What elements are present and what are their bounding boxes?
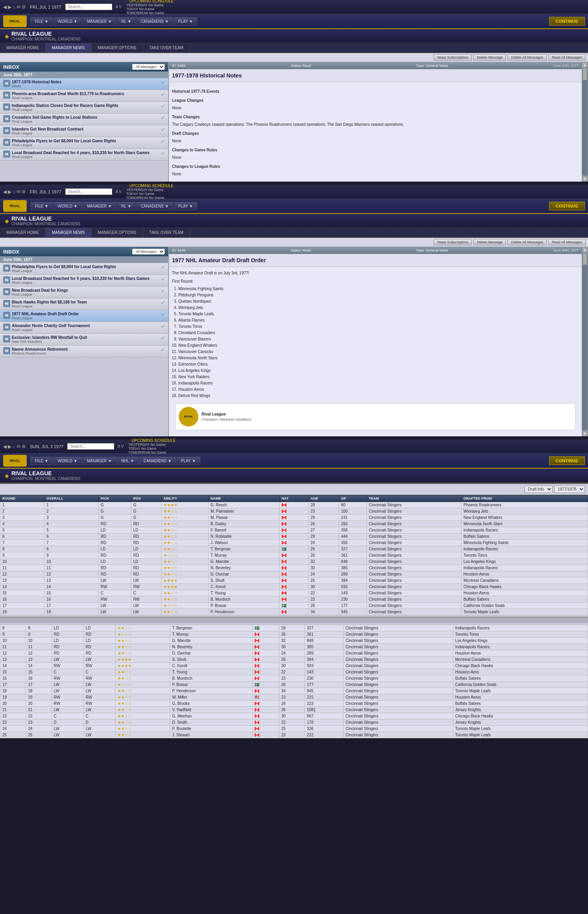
table-row[interactable]: 2 2 G G ★★☆☆ M. Palmateer 🇨🇦 23 100 Cinc… <box>0 508 588 515</box>
table-row[interactable]: 14 14 RW RW ★★★★ C. Koroll 🇨🇦 30 593 Cin… <box>0 663 588 669</box>
continue-button-3[interactable]: CONTINUE <box>549 456 585 465</box>
table-row[interactable]: 9 9 RD RD ★☆☆☆ T. Murray 🇨🇦 26 361 Cinci… <box>0 552 588 559</box>
msg-item-2-2[interactable]: 📰 Local Broadcast Deal Reached for 4 yea… <box>0 275 168 287</box>
subnav-options-2[interactable]: MANAGER OPTIONS <box>92 228 143 237</box>
world-menu-1[interactable]: WORLD ▼ <box>53 17 82 26</box>
subnav-manager-options-1[interactable]: MANAGER OPTIONS <box>92 43 143 52</box>
table-row[interactable]: 11 11 RD RD ★★☆☆ N. Beverley 🇨🇦 30 385 C… <box>0 644 588 650</box>
msg-item-2-4[interactable]: 📰 Black Hawks Rights Net $8,188 for Team… <box>0 298 168 310</box>
table-row[interactable]: 5 5 LD LD ★★☆☆ F. Barrett 🇨🇦 27 356 Cinc… <box>0 527 588 533</box>
settings-icon-3[interactable]: ⚙ <box>22 444 26 449</box>
news-subscriptions-btn-1[interactable]: News Subscriptions <box>434 54 472 61</box>
play-menu-1[interactable]: PLAY ▼ <box>174 17 198 26</box>
table-row[interactable]: 9 9 RD RD ★☆☆☆ T. Murray 🇨🇦 26 361 Cinci… <box>0 631 588 638</box>
table-row[interactable]: 16 16 RW RW ★★☆☆ B. Murdoch 🇨🇦 23 230 Ci… <box>0 596 588 603</box>
table-row[interactable]: 21 21 LW LW ★★☆☆ V. Hadfield 🇨🇦 36 1081 … <box>0 707 588 713</box>
subnav-take-over-1[interactable]: TAKE OVER TEAM <box>143 43 190 52</box>
inbox-filter-1[interactable]: All Messages <box>132 64 165 70</box>
forward-arrow-2[interactable]: ▶ <box>8 189 11 195</box>
home-arrow[interactable]: ⌂ <box>13 4 15 10</box>
subnav-news-2[interactable]: MANAGER NEWS <box>46 228 91 237</box>
back-arrow-2[interactable]: ◀ <box>3 189 7 195</box>
browser-arrows-2[interactable]: ◀ ▶ ⌂ ✉ ⚙ <box>3 189 26 195</box>
subnav-manager-news-1[interactable]: MANAGER NEWS <box>46 43 91 52</box>
table-row[interactable]: 24 24 LW LW ★★☆☆ P. Boutette 🇨🇦 25 326 C… <box>0 726 588 732</box>
table-row[interactable]: 4 4 RD RD ★★☆☆ B. Dailey 🇨🇦 24 282 Cinci… <box>0 521 588 527</box>
browser-arrows-3[interactable]: ◀ ▶ ⌂ ✉ ⚙ <box>3 444 26 449</box>
table-row[interactable]: 10 10 LD LD ★★☆☆ G. Marotte 🇨🇦 32 848 Ci… <box>0 638 588 644</box>
table-row[interactable]: 22 22 C C ★★☆☆ G. Meehan 🇨🇦 30 567 Cinci… <box>0 713 588 719</box>
nhl-menu-3[interactable]: NHL ▼ <box>117 457 139 465</box>
table-row[interactable]: 3 3 G G ★★☆☆ M. Plasse 🇨🇦 29 241 Cincinn… <box>0 515 588 521</box>
table-row[interactable]: 18 18 LW LW ★★☆☆ P. Henderson 🇨🇦 34 945 … <box>0 609 588 615</box>
table-row[interactable]: 8 8 LD LD ★★☆☆ T. Bergman 🇸🇪 29 327 Cinc… <box>0 546 588 552</box>
delete-all-btn-1[interactable]: Delete All Messages <box>507 54 547 61</box>
scroll-up-2[interactable]: ▲ <box>582 247 588 252</box>
manager-menu-3[interactable]: MANAGER ▼ <box>82 457 116 465</box>
table-row[interactable]: 25 25 LW LW ★★☆☆ J. Stewart 🇨🇦 23 222 Ci… <box>0 732 588 738</box>
msg-item-1-7[interactable]: 📰 Local Broadcast Deal Reached for 4 yea… <box>0 149 168 161</box>
table-row[interactable]: 17 17 LW LW ★☆☆☆ P. Brasar 🇸🇪 26 177 Cin… <box>0 603 588 609</box>
delete-msg-btn-1[interactable]: Delete Message <box>473 54 506 61</box>
mail-icon-3[interactable]: ✉ <box>16 444 20 449</box>
table-row[interactable]: 23 23 D D ★★☆☆ D. Smith 🇨🇦 22 178 Cincin… <box>0 719 588 726</box>
table-row[interactable]: 18 18 LW LW ★★☆☆ P. Henderson 🇨🇦 34 945 … <box>0 688 588 694</box>
read-all-btn-1[interactable]: Read All Messages <box>548 54 586 61</box>
msg-item-2-7[interactable]: 📰 Exclusive: Islanders RW Westfall to Qu… <box>0 334 168 346</box>
table-row[interactable]: 14 14 RW RW ★★★★ C. Koroll 🇨🇦 30 593 Cin… <box>0 584 588 590</box>
table-row[interactable]: 13 13 LW LW ★★★★ S. Shutt 🇨🇦 25 384 Cinc… <box>0 657 588 663</box>
table-row[interactable]: 7 7 RD RD ★★☆☆ J. Watson 🇨🇦 24 356 Cinci… <box>0 540 588 546</box>
forward-arrow[interactable]: ▶ <box>8 4 11 10</box>
table-row[interactable]: 1 1 G G ★★★★ G. Resch 🇨🇦 28 80 Cincinnat… <box>0 502 588 508</box>
draft-info-select[interactable]: Draft Info <box>524 486 553 493</box>
mail-icon-2[interactable]: ✉ <box>16 189 20 195</box>
table-row[interactable]: 19 19 RW RW ★★☆☆ W. Miller 🇺🇸 23 215 Cin… <box>0 694 588 701</box>
msg-item-1-3[interactable]: 📰 Indianapolis Station Closes Deal for R… <box>0 102 168 114</box>
subnav-manager-home-1[interactable]: MANAGER HOME <box>0 43 46 52</box>
draft-season-select[interactable]: 1977/1978 <box>554 486 585 493</box>
subnav-home-2[interactable]: MANAGER HOME <box>0 228 46 237</box>
home-arrow-3[interactable]: ⌂ <box>13 444 15 449</box>
play-menu-2[interactable]: PLAY ▼ <box>174 202 198 210</box>
nav-search-input[interactable] <box>65 4 112 10</box>
msg-item-2-5[interactable]: 📰 1977 NHL Amateur Draft Draft Order Riv… <box>0 310 168 322</box>
table-row[interactable]: 13 13 LW LW ★★★★ S. Shutt 🇨🇦 25 384 Cinc… <box>0 577 588 584</box>
scroll-up-1[interactable]: ▲ <box>582 62 588 68</box>
table-row[interactable]: 17 17 LW LW ★☆☆☆ P. Brasar 🇸🇪 26 177 Cin… <box>0 682 588 688</box>
scrollbar-2[interactable]: ▲ ▼ <box>582 247 588 436</box>
world-menu-2[interactable]: WORLD ▼ <box>53 202 82 210</box>
browser-arrows[interactable]: ◀ ▶ ⌂ ✉ ⚙ <box>3 4 26 10</box>
delete-msg-btn-2[interactable]: Delete Message <box>473 239 506 245</box>
table-row[interactable]: 15 15 C C ★★☆☆ T. Young 🇨🇦 22 143 Cincin… <box>0 669 588 675</box>
back-arrow[interactable]: ◀ <box>3 4 7 10</box>
settings-icon[interactable]: ⚙ <box>22 4 26 10</box>
msg-item-2-3[interactable]: 📰 New Broadcast Deal for Kings Rival Lea… <box>0 287 168 298</box>
table-row[interactable]: 6 6 RD RD ★★☆☆ N. Robitaille 🇨🇦 29 444 C… <box>0 533 588 540</box>
file-menu-2[interactable]: FILE ▼ <box>31 202 53 210</box>
forward-arrow-3[interactable]: ▶ <box>8 444 11 449</box>
world-menu-3[interactable]: WORLD ▼ <box>53 457 82 465</box>
continue-button-2[interactable]: CONTINUE <box>549 202 585 210</box>
rl-menu-2[interactable]: RL ▼ <box>117 202 136 210</box>
msg-item-2-1[interactable]: 📰 Philadelphia Flyers to Get $8,004 for … <box>0 263 168 275</box>
nav-search-input-2[interactable] <box>65 188 112 195</box>
file-menu-3[interactable]: FILE ▼ <box>31 457 53 465</box>
table-row[interactable]: 12 12 RD RD ★★☆☆ D. Owchar 🇨🇦 24 289 Cin… <box>0 650 588 657</box>
table-row[interactable]: 20 20 RW RW ★★☆☆ G. Brooks 🇨🇦 26 223 Cin… <box>0 701 588 707</box>
canadiens-menu-1[interactable]: CANADIENS ▼ <box>136 17 173 26</box>
file-menu-1[interactable]: FILE ▼ <box>31 17 53 26</box>
rl-menu-1[interactable]: RL ▼ <box>117 17 136 26</box>
scrollbar-1[interactable]: ▲ ▼ <box>582 62 588 182</box>
back-arrow-3[interactable]: ◀ <box>3 444 7 449</box>
table-row[interactable]: 11 11 RD RD ★★☆☆ N. Beverley 🇨🇦 30 385 C… <box>0 565 588 571</box>
table-row[interactable]: 8 8 LD LD ★★☆☆ T. Bergman 🇸🇪 29 327 Cinc… <box>0 625 588 631</box>
play-menu-3[interactable]: PLAY ▼ <box>177 457 200 465</box>
home-arrow-2[interactable]: ⌂ <box>13 189 15 195</box>
table-row[interactable]: 10 10 LD LD ★★☆☆ G. Marotte 🇨🇦 32 848 Ci… <box>0 559 588 565</box>
msg-item-2-8[interactable]: 📰 Nanne Announces Retirement Phoenix Roa… <box>0 346 168 357</box>
msg-item-1-2[interactable]: 📰 Phoenix-area Broadcast Deal Worth $13,… <box>0 90 168 102</box>
subnav-takeover-2[interactable]: TAKE OVER TEAM <box>143 228 190 237</box>
continue-button-1[interactable]: CONTINUE <box>549 17 585 26</box>
table-row[interactable]: 16 16 RW RW ★★☆☆ B. Murdoch 🇨🇦 23 230 Ci… <box>0 675 588 682</box>
table-row[interactable]: 12 12 RD RD ★★☆☆ D. Owchar 🇨🇦 24 289 Cin… <box>0 571 588 577</box>
